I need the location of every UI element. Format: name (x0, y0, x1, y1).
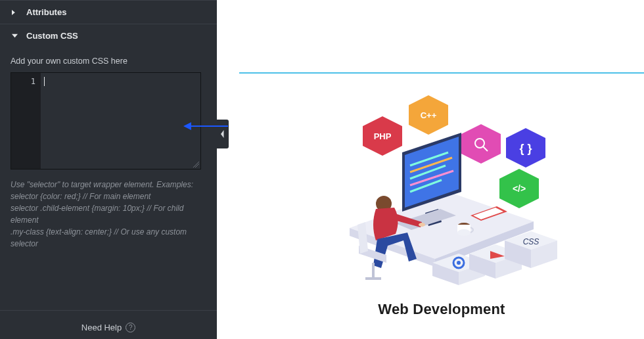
panel-collapse-toggle[interactable] (217, 120, 229, 148)
svg-text:C++: C++ (421, 110, 437, 120)
preview-canvas: PHP C++ { } </> (239, 72, 644, 339)
settings-sidebar: Attributes Custom CSS Add your own custo… (0, 0, 217, 339)
web-development-illustration: PHP C++ { } </> (323, 93, 560, 297)
question-circle-icon: ? (126, 323, 135, 332)
svg-point-28 (419, 223, 425, 227)
cpp-icon: C++ (409, 95, 448, 135)
custom-css-body: Add your own custom CSS here 1 Use "sele… (0, 47, 217, 261)
attributes-header[interactable]: Attributes (0, 1, 217, 24)
php-icon: PHP (363, 116, 402, 156)
svg-text:PHP: PHP (374, 131, 392, 141)
caret-right-icon (12, 10, 20, 15)
css-icon: CSS (523, 237, 540, 246)
need-help-link[interactable]: Need Help ? (0, 310, 217, 339)
search-icon (461, 124, 501, 164)
svg-text:</>: </> (513, 183, 526, 194)
attributes-label: Attributes (26, 7, 66, 17)
text-cursor-icon (44, 77, 45, 86)
line-number: 1 (11, 77, 35, 86)
custom-css-section: Custom CSS Add your own custom CSS here … (0, 24, 217, 261)
code-gutter: 1 (11, 73, 41, 169)
css-code-editor[interactable]: 1 (11, 72, 201, 170)
code-input-area[interactable] (41, 73, 200, 169)
braces-icon: { } (506, 128, 545, 168)
custom-css-label: Custom CSS (26, 31, 78, 41)
svg-point-25 (457, 229, 471, 236)
svg-point-37 (457, 261, 461, 265)
caret-down-icon (12, 33, 20, 39)
custom-css-prompt: Add your own custom CSS here (11, 56, 206, 66)
svg-marker-6 (461, 124, 501, 164)
selector-hint-text: Use "selector" to target wrapper element… (11, 179, 206, 250)
need-help-label: Need Help (81, 323, 122, 332)
attributes-section: Attributes (0, 0, 217, 24)
svg-text:{ }: { } (519, 142, 532, 155)
chevron-left-icon (220, 130, 225, 138)
resize-handle-icon[interactable] (193, 161, 199, 168)
preview-title: Web Development (378, 301, 505, 318)
custom-css-header[interactable]: Custom CSS (0, 24, 217, 47)
code-icon: </> (499, 169, 539, 208)
